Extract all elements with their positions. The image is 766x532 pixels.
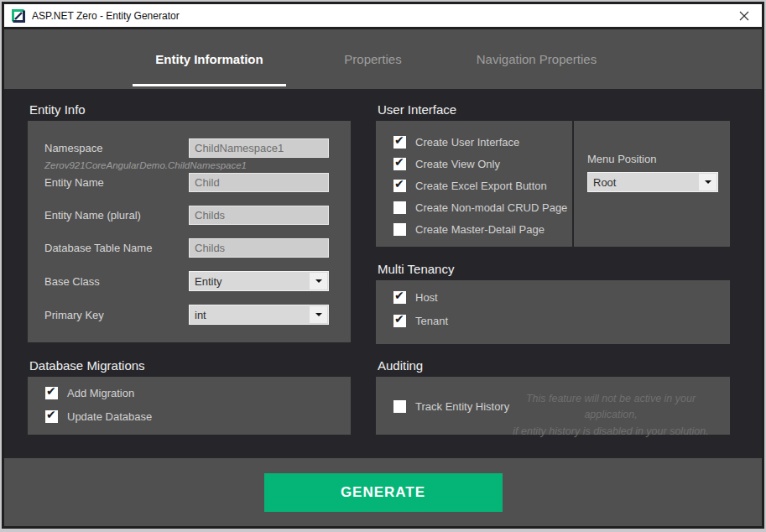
namespace-hint: Zerov921CoreAngularDemo.ChildNamespace1: [44, 159, 329, 171]
entity-history-hint-line1: This feature will not be active in your …: [498, 391, 723, 424]
checkbox-row-update-database: Update Database: [45, 410, 351, 423]
close-icon: [739, 11, 749, 21]
tab-properties[interactable]: Properties: [291, 29, 455, 89]
multi-tenancy-panel: Host Tenant: [376, 280, 730, 344]
chevron-down-icon: [315, 279, 322, 283]
checkbox-row-host: Host: [393, 291, 730, 304]
field-row-namespace: Namespace: [44, 138, 329, 158]
chevron-down-icon: [705, 180, 711, 184]
create-master-detail-page-checkbox[interactable]: [393, 223, 406, 236]
tenant-label: Tenant: [415, 315, 448, 327]
primary-key-dropdown[interactable]: int: [189, 305, 329, 325]
footer-bar: GENERATE: [4, 458, 762, 526]
host-checkbox[interactable]: [393, 291, 406, 304]
base-class-dropdown-button[interactable]: [310, 273, 327, 289]
base-class-dropdown[interactable]: Entity: [189, 271, 329, 291]
database-migrations-panel: Add Migration Update Database: [28, 377, 351, 435]
create-non-modal-crud-page-checkbox[interactable]: [393, 201, 406, 214]
checkbox-row-create-master-detail-page: Create Master-Detail Page: [393, 223, 730, 236]
create-master-detail-page-label: Create Master-Detail Page: [415, 223, 545, 236]
menu-position-group: Menu Position Root: [587, 121, 718, 192]
tab-bar: Entity Information Properties Navigation…: [4, 29, 762, 89]
content-area: Entity Info Namespace Zerov921CoreAngula…: [4, 89, 762, 458]
entity-name-input[interactable]: [189, 173, 329, 192]
field-row-entity-name-plural: Entity Name (plural): [44, 206, 329, 225]
menu-position-dropdown[interactable]: Root: [587, 172, 718, 192]
track-entity-history-label: Track Entity History: [415, 400, 509, 413]
add-migration-label: Add Migration: [67, 387, 134, 399]
chevron-down-icon: [315, 313, 322, 316]
window-title: ASP.NET Zero - Entity Generator: [32, 10, 735, 22]
auditing-heading: Auditing: [376, 354, 730, 377]
user-interface-heading: User Interface: [376, 98, 730, 121]
base-class-label: Base Class: [44, 275, 189, 288]
create-excel-export-button-label: Create Excel Export Button: [415, 180, 547, 192]
field-row-entity-name: Entity Name: [44, 173, 329, 192]
entity-name-label: Entity Name: [44, 176, 189, 189]
create-non-modal-crud-page-label: Create Non-modal CRUD Page: [415, 201, 567, 214]
menu-position-label: Menu Position: [587, 153, 718, 165]
tab-entity-information[interactable]: Entity Information: [128, 29, 291, 89]
aspnet-zero-logo-icon: [12, 9, 25, 23]
field-row-database-table-name: Database Table Name: [44, 238, 329, 258]
create-user-interface-label: Create User Interface: [415, 136, 519, 149]
primary-key-label: Primary Key: [44, 309, 189, 321]
panel-divider: [572, 121, 574, 247]
entity-info-panel: Namespace Zerov921CoreAngularDemo.ChildN…: [28, 121, 351, 342]
close-button[interactable]: [735, 7, 753, 25]
primary-key-dropdown-button[interactable]: [310, 306, 327, 323]
generate-button[interactable]: GENERATE: [264, 473, 503, 512]
database-migrations-heading: Database Migrations: [28, 354, 351, 377]
host-label: Host: [415, 291, 438, 304]
update-database-checkbox[interactable]: [45, 410, 58, 423]
entity-history-hint: This feature will not be active in your …: [498, 391, 723, 440]
field-row-base-class: Base Class Entity: [44, 271, 329, 291]
tenant-checkbox[interactable]: [393, 315, 406, 327]
base-class-value: Entity: [190, 272, 310, 290]
tab-label: Properties: [344, 52, 401, 66]
database-table-name-label: Database Table Name: [44, 242, 189, 254]
checkbox-row-tenant: Tenant: [393, 315, 730, 327]
primary-key-value: int: [190, 305, 310, 324]
create-view-only-label: Create View Only: [415, 158, 500, 170]
add-migration-checkbox[interactable]: [45, 387, 58, 399]
multi-tenancy-heading: Multi Tenancy: [376, 258, 730, 280]
namespace-label: Namespace: [44, 142, 189, 154]
left-column: Entity Info Namespace Zerov921CoreAngula…: [28, 89, 351, 435]
menu-position-value: Root: [588, 173, 699, 191]
auditing-panel: Track Entity History This feature will n…: [376, 377, 730, 435]
entity-history-hint-line2: if entity history is disabled in your so…: [498, 424, 723, 440]
track-entity-history-checkbox[interactable]: [393, 400, 406, 413]
entity-name-plural-input[interactable]: [189, 206, 329, 225]
create-user-interface-checkbox[interactable]: [393, 136, 406, 149]
create-excel-export-button-checkbox[interactable]: [393, 180, 406, 192]
right-column: User Interface Create User Interface Cre…: [376, 89, 730, 435]
entity-info-heading: Entity Info: [28, 98, 351, 121]
checkbox-row-add-migration: Add Migration: [45, 387, 351, 399]
create-view-only-checkbox[interactable]: [393, 158, 406, 170]
checkbox-row-create-non-modal-crud-page: Create Non-modal CRUD Page: [393, 201, 730, 214]
entity-name-plural-label: Entity Name (plural): [44, 209, 189, 222]
user-interface-panel: Create User Interface Create View Only C…: [376, 121, 730, 247]
tab-label: Entity Information: [155, 52, 263, 66]
tab-navigation-properties[interactable]: Navigation Properties: [455, 29, 618, 89]
field-row-primary-key: Primary Key int: [44, 305, 329, 325]
namespace-input[interactable]: [189, 138, 329, 158]
tab-label: Navigation Properties: [477, 52, 597, 66]
title-bar: ASP.NET Zero - Entity Generator: [4, 4, 762, 29]
menu-position-dropdown-button[interactable]: [699, 174, 716, 190]
database-table-name-input[interactable]: [189, 238, 329, 258]
update-database-label: Update Database: [67, 410, 152, 423]
entity-generator-window: ASP.NET Zero - Entity Generator Entity I…: [2, 2, 764, 529]
